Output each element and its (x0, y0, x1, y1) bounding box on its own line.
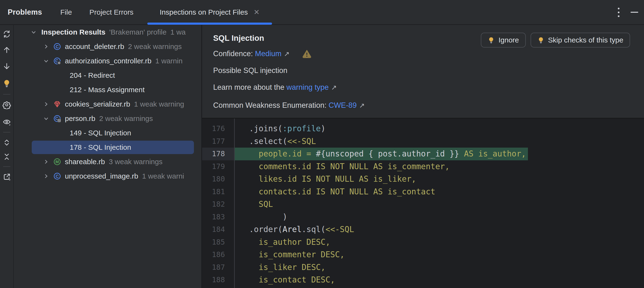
warning-title: SQL Injection (213, 34, 264, 43)
tab-project-errors[interactable]: Project Errors (90, 0, 133, 24)
cwe-row: Common Weakness Enumeration: CWE-89 ↗ (213, 101, 365, 110)
tree-row-authorizations-controller-rb[interactable]: Cauthorizations_controller.rb1 warnin (14, 54, 201, 68)
code-line-178: 178 people.id = #{unscoped { post.author… (202, 148, 644, 160)
code-line-text: is_liker DESC, (234, 261, 644, 274)
arrow-up-button[interactable] (2, 45, 12, 55)
minimize-icon[interactable] (630, 5, 639, 19)
code-line-text: ) (234, 211, 644, 224)
code-line-text: SQL (234, 198, 644, 211)
tab-inspections-on-project-files[interactable]: Inspections on Project Files ✕ (147, 0, 272, 24)
code-line-text: .select(<<-SQL (234, 135, 644, 148)
external-link-icon: ↗ (359, 101, 364, 109)
tree-row-inspection-results[interactable]: Inspection Results'Brakeman' profile1 wa (14, 25, 201, 39)
warning-count-label: 1 weak warning (134, 100, 184, 108)
warning-details: SQL Injection Confidence: Medium ↗ Possi… (202, 25, 644, 118)
tree-row-label: 178 - SQL Injection (70, 143, 131, 151)
chevron-right-icon[interactable] (42, 42, 50, 51)
ide-problems-tool-window: Problems File Project Errors Inspections… (0, 0, 644, 288)
rails-model-icon: C (53, 114, 62, 123)
tree-row-label: 149 - SQL Injection (70, 129, 131, 137)
tool-window-title: Problems (8, 0, 42, 24)
tree-row-212-mass-assignment[interactable]: 212 - Mass Assignment (14, 83, 201, 97)
settings-gear-button[interactable] (2, 100, 12, 110)
warning-count-label: 2 weak warnings (128, 42, 182, 51)
chevron-down-icon[interactable] (42, 114, 50, 123)
open-in-editor-button[interactable] (2, 172, 12, 182)
chevron-right-icon[interactable] (42, 157, 50, 166)
confidence-label: Confidence: (213, 49, 255, 58)
code-line-text: likes.id IS NOT NULL AS is_liker, (234, 173, 644, 186)
line-number: 188 (202, 274, 234, 286)
learn-more-row: Learn more about the warning type ↗ (213, 83, 337, 92)
tool-window-header: Problems File Project Errors Inspections… (0, 0, 644, 25)
ruby-module-icon: M (53, 157, 62, 166)
refresh-icon (2, 30, 11, 38)
tab-file[interactable]: File (60, 0, 72, 24)
code-line-182: 182 SQL (202, 198, 644, 211)
chevron-down-icon[interactable] (42, 57, 50, 65)
line-number: 176 (202, 122, 234, 135)
settings-gear-icon (2, 101, 11, 109)
quick-fix-actions: Ignore Skip checks of this type (481, 33, 630, 47)
line-number: 185 (202, 236, 234, 249)
expand-all-icon (2, 138, 11, 147)
code-preview-editor[interactable]: 176 .joins(:profile)177 .select(<<-SQL17… (202, 118, 644, 288)
code-line-179: 179 comments.id IS NOT NULL AS is_commen… (202, 160, 644, 173)
toolbar-divider (3, 132, 10, 132)
skip-checks-button[interactable]: Skip checks of this type (530, 33, 630, 47)
ruby-class-icon: C (53, 172, 62, 181)
refresh-button[interactable] (2, 29, 12, 39)
tree-row-label: cookies_serializer.rb (65, 100, 130, 108)
confidence-link[interactable]: Medium (255, 49, 282, 58)
warning-count-label: 2 weak warnings (99, 114, 153, 123)
tree-row-cookies-serializer-rb[interactable]: cookies_serializer.rb1 weak warning (14, 97, 201, 111)
tree-row-shareable-rb[interactable]: Mshareable.rb3 weak warnings (14, 155, 201, 169)
more-options-icon[interactable] (614, 5, 623, 19)
tree-row-account-deleter-rb[interactable]: Caccount_deleter.rb2 weak warnings (14, 39, 201, 54)
collapse-all-button[interactable] (2, 152, 12, 162)
tree-row-149-sql-injection[interactable]: 149 - SQL Injection (14, 126, 201, 140)
weak-warning-icon (302, 49, 312, 58)
warning-count-label: 1 warnin (155, 57, 182, 65)
chevron-right-icon[interactable] (42, 172, 50, 181)
tree-row-unprocessed-image-rb[interactable]: Cunprocessed_image.rb1 weak warni (14, 169, 201, 183)
expand-all-button[interactable] (2, 138, 12, 148)
svg-text:C: C (56, 44, 59, 49)
profile-label: 'Brakeman' profile (109, 28, 166, 36)
warning-message: Possible SQL injection (213, 66, 288, 75)
tree-row-178-sql-injection[interactable]: 178 - SQL Injection (14, 140, 201, 155)
cwe-link[interactable]: CWE-89 (328, 101, 356, 110)
tool-window-body: Inspection Results'Brakeman' profile1 wa… (0, 25, 644, 288)
line-number: 180 (202, 173, 234, 186)
bulb-icon (537, 36, 544, 44)
warning-type-link[interactable]: warning type (286, 83, 329, 92)
tree-row-person-rb[interactable]: Cperson.rb2 weak warnings (14, 111, 201, 126)
code-line-text: people.id = #{unscoped { post.author_id … (234, 148, 644, 160)
chevron-right-icon[interactable] (42, 100, 50, 108)
line-number: 187 (202, 261, 234, 274)
warning-count-label: 1 wa (170, 28, 186, 36)
tree-row-label: shareable.rb (65, 158, 105, 166)
tree-row-label: account_deleter.rb (65, 42, 124, 51)
tree-row-label: authorizations_controller.rb (65, 57, 152, 65)
arrow-down-icon (2, 62, 11, 70)
warning-count-label: 1 weak warni (142, 172, 184, 180)
arrow-down-button[interactable] (2, 61, 12, 71)
open-in-editor-icon (2, 173, 11, 181)
code-line-text: is_author DESC, (234, 236, 644, 249)
code-line-text: .order(Arel.sql(<<-SQL (234, 223, 644, 236)
gutter-divider (234, 119, 235, 288)
code-line-185: 185 is_author DESC, (202, 236, 644, 249)
chevron-down-icon[interactable] (29, 28, 38, 36)
preview-eye-button[interactable] (2, 117, 12, 127)
tree-row-204-redirect[interactable]: 204 - Redirect (14, 68, 201, 83)
quick-fix-bulb-icon (2, 79, 11, 88)
arrow-up-icon (2, 46, 11, 54)
quick-fix-bulb-button[interactable] (2, 78, 12, 88)
close-tab-icon[interactable]: ✕ (254, 9, 260, 16)
ignore-button[interactable]: Ignore (481, 33, 526, 47)
ruby-gem-icon (53, 100, 62, 108)
preview-eye-icon (2, 118, 11, 126)
inspection-results-tree[interactable]: Inspection Results'Brakeman' profile1 wa… (14, 25, 202, 288)
code-line-text: contacts.id IS NOT NULL AS is_contact (234, 186, 644, 198)
